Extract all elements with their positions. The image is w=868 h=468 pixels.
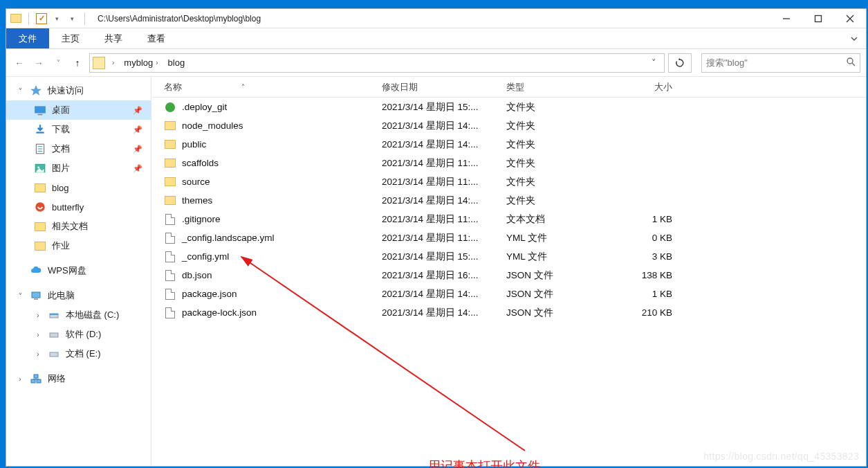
drive-icon <box>48 329 60 340</box>
overflow-icon[interactable]: ▾ <box>66 13 77 24</box>
sidebar-item[interactable]: 下载📌 <box>6 120 151 139</box>
column-size[interactable]: 大小 <box>610 81 686 93</box>
up-button[interactable]: ↑ <box>70 55 85 71</box>
column-name[interactable]: 名称 ˄ <box>164 81 382 93</box>
svg-rect-7 <box>35 106 46 113</box>
greencircle-icon <box>34 201 46 213</box>
file-type: 文件夹 <box>506 101 610 114</box>
sidebar-item[interactable]: butterfly <box>6 197 151 217</box>
sidebar-drive[interactable]: ›本地磁盘 (C:) <box>6 305 151 325</box>
file-row[interactable]: _config.yml2021/3/14 星期日 15:...YML 文件3 K… <box>151 247 866 266</box>
file-row[interactable]: source2021/3/14 星期日 11:...文件夹 <box>151 172 866 191</box>
refresh-button[interactable] <box>668 53 692 73</box>
chevron-right-icon[interactable]: › <box>112 59 114 66</box>
sidebar-item[interactable]: blog <box>6 178 151 197</box>
checkbox-toggle-icon[interactable]: ✓ <box>36 13 47 24</box>
file-type: JSON 文件 <box>506 288 610 300</box>
separator <box>28 12 29 25</box>
file-type: JSON 文件 <box>506 269 610 282</box>
sidebar-item[interactable]: 文档📌 <box>6 139 151 159</box>
sidebar-item-label: 软件 (D:) <box>66 328 101 341</box>
pin-icon: 📌 <box>133 125 142 134</box>
search-box[interactable] <box>701 53 860 73</box>
sidebar-drive[interactable]: ›文档 (E:) <box>6 344 151 363</box>
file-date: 2021/3/14 星期日 11:... <box>382 157 506 170</box>
pin-icon: 📌 <box>133 106 142 115</box>
chevron-right-icon[interactable]: › <box>34 331 42 339</box>
computer-icon <box>30 290 42 301</box>
column-date[interactable]: 修改日期 <box>382 81 506 93</box>
sidebar-quick-access[interactable]: ˅ 快速访问 <box>6 81 151 100</box>
file-date: 2021/3/14 星期日 16:... <box>382 269 506 282</box>
file-row[interactable]: .gitignore2021/3/14 星期日 11:...文本文档1 KB <box>151 210 866 228</box>
forward-button[interactable]: → <box>31 55 46 71</box>
file-row[interactable]: .deploy_git2021/3/14 星期日 15:...文件夹 <box>151 98 866 116</box>
address-dropdown-icon[interactable]: ˅ <box>646 57 661 68</box>
star-icon <box>30 85 42 96</box>
sidebar-drive[interactable]: ›软件 (D:) <box>6 325 151 344</box>
search-icon[interactable] <box>846 57 856 69</box>
svg-marker-6 <box>31 86 41 95</box>
svg-point-15 <box>37 166 39 168</box>
sidebar-item-label: 作业 <box>52 240 70 252</box>
chevron-right-icon[interactable]: › <box>34 312 42 319</box>
recent-locations-icon[interactable]: ˅ <box>50 55 66 71</box>
file-row[interactable]: _config.landscape.yml2021/3/14 星期日 11:..… <box>151 228 866 247</box>
file-row[interactable]: public2021/3/14 星期日 14:...文件夹 <box>151 135 866 154</box>
sidebar-network[interactable]: › 网络 <box>6 369 151 388</box>
tab-view[interactable]: 查看 <box>135 28 178 48</box>
column-type[interactable]: 类型 <box>506 81 610 93</box>
sidebar-this-pc[interactable]: ˅ 此电脑 <box>6 286 151 305</box>
sidebar-item[interactable]: 图片📌 <box>6 159 151 178</box>
sidebar-item-label: 图片 <box>52 162 70 174</box>
file-row[interactable]: scaffolds2021/3/14 星期日 11:...文件夹 <box>151 154 866 172</box>
file-date: 2021/3/14 星期日 11:... <box>382 213 506 226</box>
chevron-right-icon[interactable]: › <box>156 59 158 66</box>
file-type: 文件夹 <box>506 195 610 207</box>
file-name: source <box>182 177 210 187</box>
navigation-pane[interactable]: ˅ 快速访问 桌面📌下载📌文档📌图片📌blogbutterfly相关文档作业 W… <box>6 77 151 466</box>
close-button[interactable] <box>834 9 866 28</box>
file-row[interactable]: db.json2021/3/14 星期日 16:...JSON 文件138 KB <box>151 266 866 285</box>
file-type: 文本文档 <box>506 213 610 226</box>
sidebar-wps[interactable]: WPS网盘 <box>6 261 151 280</box>
separator <box>84 12 85 25</box>
file-row[interactable]: node_modules2021/3/14 星期日 14:...文件夹 <box>151 116 866 135</box>
breadcrumb[interactable]: blog <box>165 57 188 68</box>
breadcrumb[interactable]: myblog› <box>121 57 160 68</box>
tab-file[interactable]: 文件 <box>6 28 49 48</box>
qat-dropdown-icon[interactable]: ▾ <box>51 13 62 24</box>
file-name: _config.yml <box>182 251 229 262</box>
file-row[interactable]: themes2021/3/14 星期日 14:...文件夹 <box>151 191 866 210</box>
file-list-pane: 名称 ˄ 修改日期 类型 大小 .deploy_git2021/3/14 星期日… <box>151 77 866 466</box>
chevron-down-icon[interactable]: ˅ <box>16 87 24 95</box>
back-button[interactable]: ← <box>12 55 27 71</box>
file-name: .deploy_git <box>182 102 227 112</box>
chevron-right-icon[interactable]: › <box>34 350 42 358</box>
folder-icon <box>34 221 46 232</box>
chevron-down-icon[interactable]: ˅ <box>16 292 24 300</box>
file-row[interactable]: package.json2021/3/14 星期日 14:...JSON 文件1… <box>151 285 866 303</box>
file-list[interactable]: .deploy_git2021/3/14 星期日 15:...文件夹node_m… <box>151 98 866 466</box>
maximize-button[interactable] <box>802 9 834 28</box>
explorer-window: ✓ ▾ ▾ C:\Users\Administrator\Desktop\myb… <box>6 8 867 467</box>
address-bar[interactable]: › myblog› blog ˅ <box>89 53 665 73</box>
file-name: .gitignore <box>182 214 221 224</box>
ribbon-collapse-icon[interactable] <box>842 28 866 48</box>
tab-home[interactable]: 主页 <box>49 28 92 48</box>
sidebar-item[interactable]: 作业 <box>6 236 151 255</box>
svg-rect-8 <box>38 114 43 116</box>
svg-rect-25 <box>34 375 38 378</box>
ribbon-tabs: 文件 主页 共享 查看 <box>6 28 866 49</box>
sidebar-item[interactable]: 相关文档 <box>6 217 151 236</box>
sidebar-item[interactable]: 桌面📌 <box>6 100 151 120</box>
search-input[interactable] <box>706 57 842 68</box>
svg-rect-24 <box>37 379 41 383</box>
sidebar-item-label: 下载 <box>52 123 70 136</box>
chevron-right-icon[interactable]: › <box>16 375 24 383</box>
folder-icon <box>164 120 176 132</box>
tab-share[interactable]: 共享 <box>92 28 135 48</box>
file-row[interactable]: package-lock.json2021/3/14 星期日 14:...JSO… <box>151 303 866 322</box>
folder-icon[interactable] <box>10 13 21 24</box>
minimize-button[interactable] <box>770 9 802 28</box>
